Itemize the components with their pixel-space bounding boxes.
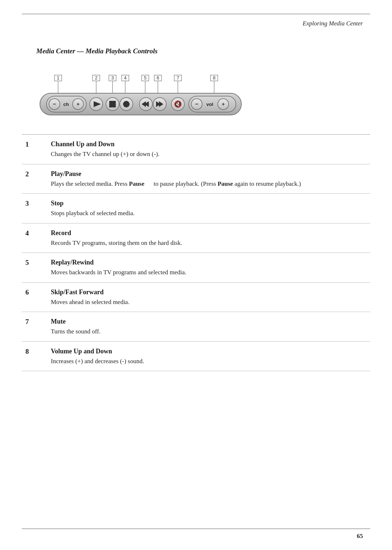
list-item: 4 Record Records TV programs, storing th…: [22, 223, 370, 253]
page-number: 65: [357, 533, 363, 540]
svg-text:3: 3: [111, 75, 114, 81]
svg-text:7: 7: [176, 75, 179, 81]
item-title: Play/Pause: [51, 170, 370, 178]
svg-text:🔇: 🔇: [174, 100, 182, 108]
item-number: 1: [22, 140, 51, 148]
item-title: Record: [51, 229, 370, 237]
item-desc: Changes the TV channel up (+) or down (-…: [51, 149, 370, 159]
item-number: 3: [22, 200, 51, 208]
item-desc: Moves backwards in TV programs and selec…: [51, 268, 370, 277]
item-content: Mute Turns the sound off.: [51, 318, 370, 336]
item-desc: Turns the sound off.: [51, 327, 370, 336]
svg-text:−: −: [53, 101, 56, 107]
item-content: Channel Up and Down Changes the TV chann…: [51, 140, 370, 159]
item-desc: Plays the selected media. Press Pause to…: [51, 179, 370, 189]
list-item: 2 Play/Pause Plays the selected media. P…: [22, 164, 370, 194]
list-item: 1 Channel Up and Down Changes the TV cha…: [22, 135, 370, 164]
svg-text:8: 8: [213, 75, 215, 81]
item-content: Volume Up and Down Increases (+) and dec…: [51, 348, 370, 366]
item-content: Play/Pause Plays the selected media. Pre…: [51, 170, 370, 189]
svg-text:vol: vol: [207, 102, 213, 107]
list-item: 6 Skip/Fast Forward Moves ahead in selec…: [22, 283, 370, 312]
svg-text:2: 2: [95, 75, 97, 81]
top-rule: [22, 14, 370, 14]
list-item: 3 Stop Stops playback of selected media.: [22, 194, 370, 223]
item-title: Stop: [51, 200, 370, 207]
item-title: Skip/Fast Forward: [51, 288, 370, 296]
item-number: 6: [22, 288, 51, 296]
bottom-rule: [22, 529, 370, 529]
item-desc: Moves ahead in selected media.: [51, 297, 370, 307]
item-desc: Stops playback of selected media.: [51, 209, 370, 218]
list-item: 7 Mute Turns the sound off.: [22, 312, 370, 342]
svg-text:ch: ch: [63, 102, 69, 107]
svg-text:4: 4: [124, 75, 126, 81]
item-number: 4: [22, 229, 51, 237]
item-content: Record Records TV programs, storing them…: [51, 229, 370, 248]
remote-area: 1 2 3 4 5 6 7: [36, 73, 356, 123]
list-item: 5 Replay/Rewind Moves backwards in TV pr…: [22, 253, 370, 283]
svg-point-36: [123, 101, 130, 107]
item-number: 8: [22, 348, 51, 356]
page-container: Exploring Media Center Media Center — Me…: [0, 0, 392, 550]
item-title: Volume Up and Down: [51, 348, 370, 355]
svg-text:−: −: [195, 101, 198, 107]
svg-rect-34: [109, 101, 116, 107]
svg-text:1: 1: [57, 75, 59, 81]
item-desc: Increases (+) and decreases (-) sound.: [51, 357, 370, 366]
list-item: 8 Volume Up and Down Increases (+) and d…: [22, 342, 370, 372]
item-desc: Records TV programs, storing them on the…: [51, 238, 370, 248]
item-title: Mute: [51, 318, 370, 325]
page-header: Exploring Media Center: [303, 20, 363, 27]
item-content: Stop Stops playback of selected media.: [51, 200, 370, 218]
item-number: 5: [22, 259, 51, 267]
remote-diagram: 1 2 3 4 5 6 7: [36, 74, 247, 122]
content-area: 1 Channel Up and Down Changes the TV cha…: [22, 134, 370, 371]
svg-text:5: 5: [144, 75, 146, 81]
item-number: 2: [22, 170, 51, 178]
item-title: Replay/Rewind: [51, 259, 370, 266]
item-content: Skip/Fast Forward Moves ahead in selecte…: [51, 288, 370, 307]
item-title: Channel Up and Down: [51, 140, 370, 148]
svg-text:6: 6: [156, 75, 159, 81]
section-title: Media Center — Media Playback Controls: [36, 47, 158, 55]
svg-text:+: +: [77, 101, 79, 107]
item-content: Replay/Rewind Moves backwards in TV prog…: [51, 259, 370, 277]
svg-text:+: +: [222, 101, 225, 107]
item-number: 7: [22, 318, 51, 326]
